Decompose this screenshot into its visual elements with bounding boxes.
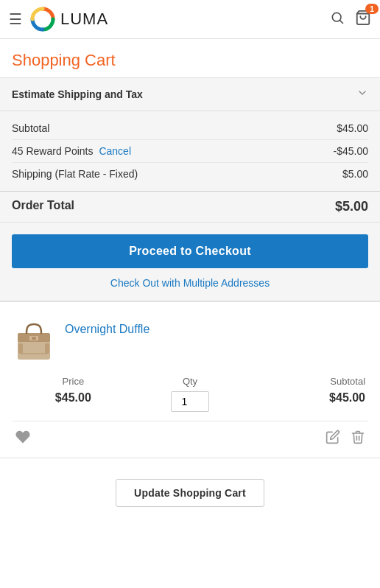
- subtotal-row: Subtotal $45.00: [12, 117, 368, 140]
- logo[interactable]: LUMA: [29, 6, 108, 32]
- subtotal-value: $45.00: [337, 122, 368, 134]
- estimate-shipping-label: Estimate Shipping and Tax: [12, 88, 143, 100]
- rewards-row: 45 Reward Points Cancel -$45.00: [12, 140, 368, 163]
- svg-rect-7: [32, 337, 36, 340]
- item-subtotal-value: $45.00: [248, 391, 365, 405]
- wishlist-icon[interactable]: [15, 429, 31, 449]
- price-value: $45.00: [15, 391, 132, 405]
- rewards-cancel-link[interactable]: Cancel: [99, 145, 131, 157]
- update-cart-wrap: Update Shopping Cart: [0, 467, 380, 519]
- item-actions: [12, 421, 368, 449]
- item-details: Price $45.00 Qty Subtotal $45.00: [12, 376, 368, 412]
- rewards-label: 45 Reward Points Cancel: [12, 145, 131, 157]
- cart-badge: 1: [365, 4, 379, 14]
- svg-rect-10: [45, 343, 49, 354]
- hamburger-icon[interactable]: ☰: [9, 10, 22, 28]
- subtotal-col: Subtotal $45.00: [248, 376, 365, 405]
- logo-text: LUMA: [60, 10, 108, 29]
- edit-delete-icons: [326, 430, 365, 448]
- item-name[interactable]: Overnight Duffle: [65, 320, 149, 336]
- update-shopping-cart-button[interactable]: Update Shopping Cart: [116, 479, 264, 507]
- svg-point-1: [332, 13, 341, 21]
- proceed-to-checkout-button[interactable]: Proceed to Checkout: [12, 234, 368, 268]
- svg-line-2: [340, 20, 343, 23]
- qty-input[interactable]: [171, 391, 209, 412]
- summary-section: Estimate Shipping and Tax Subtotal $45.0…: [0, 78, 380, 302]
- page-title: Shopping Cart: [12, 51, 368, 70]
- cart-icon-wrap[interactable]: 1: [355, 10, 371, 29]
- svg-rect-9: [18, 343, 23, 354]
- cart-item: Overnight Duffle Price $45.00 Qty Subtot…: [0, 311, 380, 458]
- qty-col: Qty: [132, 376, 249, 412]
- price-header: Price: [15, 376, 132, 387]
- luma-logo-icon: [29, 6, 56, 32]
- header-left: ☰ LUMA: [9, 6, 330, 32]
- item-image: [12, 320, 56, 364]
- header-right: 1: [330, 10, 371, 29]
- order-total-value: $5.00: [335, 199, 368, 214]
- item-header: Overnight Duffle: [12, 320, 368, 364]
- shipping-label: Shipping (Flat Rate - Fixed): [12, 168, 138, 180]
- delete-icon[interactable]: [351, 430, 365, 448]
- price-col: Price $45.00: [15, 376, 132, 405]
- multi-address-link[interactable]: Check Out with Multiple Addresses: [12, 277, 368, 289]
- cart-items-section: Overnight Duffle Price $45.00 Qty Subtot…: [0, 302, 380, 467]
- search-icon[interactable]: [330, 10, 345, 29]
- totals-wrap: Subtotal $45.00 45 Reward Points Cancel …: [0, 111, 380, 191]
- rewards-value: -$45.00: [334, 145, 368, 157]
- estimate-shipping-row[interactable]: Estimate Shipping and Tax: [0, 78, 380, 111]
- edit-icon[interactable]: [326, 430, 340, 448]
- shipping-value: $5.00: [342, 168, 368, 180]
- page-title-wrap: Shopping Cart: [0, 39, 380, 78]
- site-header: ☰ LUMA 1: [0, 0, 380, 39]
- order-total-label: Order Total: [12, 199, 74, 214]
- chevron-down-icon: [356, 87, 368, 102]
- checkout-area: Proceed to Checkout Check Out with Multi…: [0, 223, 380, 301]
- item-subtotal-header: Subtotal: [248, 376, 365, 387]
- order-total-row: Order Total $5.00: [0, 191, 380, 223]
- qty-header: Qty: [132, 376, 249, 387]
- subtotal-label: Subtotal: [12, 122, 49, 134]
- shipping-row: Shipping (Flat Rate - Fixed) $5.00: [12, 163, 368, 185]
